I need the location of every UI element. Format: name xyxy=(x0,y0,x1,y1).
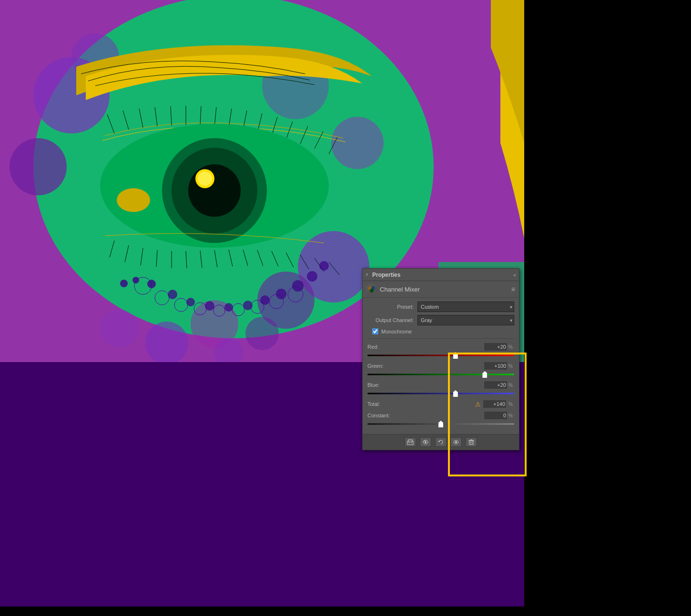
red-value-group: % xyxy=(484,343,514,351)
constant-slider-label: Constant: xyxy=(367,413,396,418)
blue-slider-label: Blue: xyxy=(367,382,396,388)
svg-rect-50 xyxy=(408,440,412,442)
panel-toolbar xyxy=(363,434,519,450)
svg-point-35 xyxy=(205,301,214,311)
svg-point-48 xyxy=(370,289,374,293)
blue-slider-header: Blue: % xyxy=(367,381,514,389)
total-unit: % xyxy=(508,402,514,407)
constant-slider-section: Constant: % xyxy=(367,411,514,427)
svg-point-40 xyxy=(292,280,304,292)
svg-point-41 xyxy=(307,271,317,282)
preset-row: Preset: Custom Default Black & White wit… xyxy=(367,302,514,312)
blue-value-group: % xyxy=(484,381,514,389)
panel-title-left: × Properties xyxy=(366,272,400,278)
panel-titlebar: × Properties « xyxy=(363,269,519,281)
green-slider-label: Green: xyxy=(367,363,396,369)
toggle-visibility-button[interactable] xyxy=(450,437,462,447)
total-label: Total: xyxy=(367,401,396,407)
view-previous-button[interactable] xyxy=(420,437,431,447)
svg-point-10 xyxy=(145,322,188,364)
svg-point-33 xyxy=(168,290,177,299)
red-slider-section: Red: % xyxy=(367,343,514,359)
output-channel-row: Output Channel: Gray Red Green Blue xyxy=(367,315,514,325)
preset-label: Preset: xyxy=(367,304,417,310)
svg-point-34 xyxy=(186,298,195,306)
svg-point-30 xyxy=(120,280,128,287)
constant-slider-thumb[interactable] xyxy=(438,421,443,427)
red-slider-track xyxy=(367,355,514,356)
delete-layer-button[interactable] xyxy=(466,437,477,447)
output-channel-select-wrapper: Gray Red Green Blue xyxy=(417,315,514,325)
svg-point-12 xyxy=(245,317,279,350)
svg-point-39 xyxy=(276,289,286,299)
green-slider-thumb[interactable] xyxy=(482,371,487,378)
total-value-display: +140 xyxy=(483,400,507,408)
svg-point-11 xyxy=(100,310,138,348)
svg-point-38 xyxy=(260,295,270,305)
green-value-group: % xyxy=(484,362,514,370)
blue-slider-track xyxy=(367,393,514,394)
green-slider-track-container[interactable] xyxy=(367,371,514,378)
monochrome-row: Monochrome xyxy=(367,328,514,334)
svg-point-54 xyxy=(455,441,457,443)
panel-collapse-button[interactable]: « xyxy=(513,272,516,278)
green-slider-section: Green: % xyxy=(367,362,514,378)
output-channel-label: Output Channel: xyxy=(367,317,417,323)
warning-icon: ⚠ xyxy=(475,401,481,408)
blue-slider-track-container[interactable] xyxy=(367,390,514,397)
svg-point-32 xyxy=(147,280,156,288)
green-slider-header: Green: % xyxy=(367,362,514,370)
svg-point-37 xyxy=(243,301,253,310)
red-slider-label: Red: xyxy=(367,344,396,350)
total-value-group: ⚠ +140 % xyxy=(475,400,514,408)
blue-slider-thumb[interactable] xyxy=(453,390,458,397)
divider-1 xyxy=(367,338,514,339)
constant-value-group: % xyxy=(484,411,514,420)
panel-title: Properties xyxy=(372,272,400,278)
panel-body: Preset: Custom Default Black & White wit… xyxy=(363,298,519,434)
constant-value-input[interactable] xyxy=(484,411,508,420)
svg-point-20 xyxy=(117,188,150,212)
clip-to-layer-button[interactable] xyxy=(405,437,416,447)
channel-mixer-icon xyxy=(366,284,377,294)
properties-panel: × Properties « Channel Mixer ≡ Preset: C… xyxy=(362,268,519,450)
panel-close-button[interactable]: × xyxy=(366,273,370,277)
panel-header: Channel Mixer ≡ xyxy=(363,281,519,298)
panel-menu-button[interactable]: ≡ xyxy=(511,285,515,293)
svg-point-19 xyxy=(198,172,212,186)
svg-point-6 xyxy=(331,117,384,169)
reset-button[interactable] xyxy=(435,437,447,447)
preset-select[interactable]: Custom Default Black & White with Red Fi… xyxy=(417,302,514,312)
blue-value-input[interactable] xyxy=(484,381,508,389)
monochrome-checkbox[interactable] xyxy=(372,328,378,334)
total-row: Total: ⚠ +140 % xyxy=(367,400,514,408)
output-channel-select[interactable]: Gray Red Green Blue xyxy=(417,315,514,325)
svg-point-31 xyxy=(132,277,139,283)
red-slider-thumb[interactable] xyxy=(453,352,458,359)
green-value-input[interactable] xyxy=(484,362,508,370)
blue-slider-section: Blue: % xyxy=(367,381,514,397)
red-value-input[interactable] xyxy=(484,343,508,351)
svg-point-3 xyxy=(10,138,67,195)
red-unit: % xyxy=(508,344,514,350)
svg-rect-55 xyxy=(469,441,473,444)
monochrome-label: Monochrome xyxy=(381,329,412,334)
blue-unit: % xyxy=(508,383,514,388)
red-slider-header: Red: % xyxy=(367,343,514,351)
channel-mixer-title: Channel Mixer xyxy=(380,286,420,293)
constant-slider-header: Constant: % xyxy=(367,411,514,420)
green-unit: % xyxy=(508,364,514,369)
svg-point-17 xyxy=(188,164,241,217)
constant-slider-track-container[interactable] xyxy=(367,421,514,427)
green-slider-track xyxy=(367,374,514,375)
red-slider-track-container[interactable] xyxy=(367,352,514,359)
svg-point-52 xyxy=(425,441,427,443)
constant-unit: % xyxy=(508,413,514,418)
preset-select-wrapper: Custom Default Black & White with Red Fi… xyxy=(417,302,514,312)
canvas-area xyxy=(0,0,691,616)
svg-point-42 xyxy=(319,261,329,271)
svg-point-36 xyxy=(224,303,233,312)
